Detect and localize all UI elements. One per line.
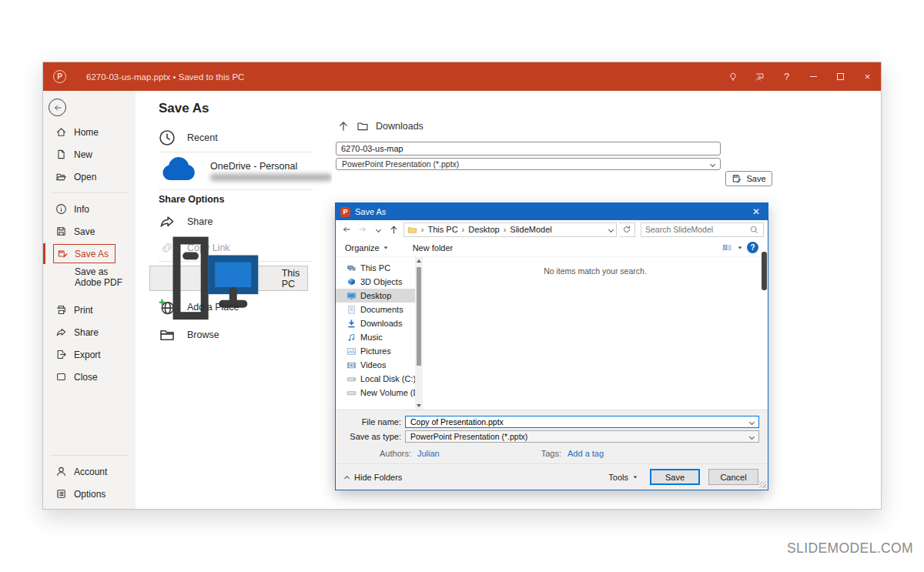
sidebar-item-save[interactable]: Save (43, 220, 136, 243)
place-label: Add a Place (187, 302, 239, 313)
window-title: 6270-03-us-map.pptx • Saved to this PC (86, 72, 244, 82)
sidebar-item-info[interactable]: Info (43, 198, 136, 220)
breadcrumb-desktop[interactable]: Desktop (468, 225, 499, 234)
sidebar-item-print[interactable]: Print (43, 299, 136, 321)
sidebar-item-new[interactable]: New (43, 143, 136, 166)
tools-button[interactable]: Tools (608, 473, 638, 482)
tree-item-label: New Volume (D: (360, 388, 415, 397)
add-a-tag-link[interactable]: Add a tag (567, 449, 604, 458)
dialog-cancel-button[interactable]: Cancel (708, 469, 758, 485)
tree-item-label: Documents (360, 305, 403, 314)
forward-arrow-icon (356, 225, 370, 234)
view-dropdown-triangle-icon[interactable] (738, 246, 742, 249)
hide-folders-button[interactable]: Hide Folders (345, 473, 402, 482)
save-button-label: Save (746, 174, 765, 183)
tree-item-music[interactable]: Music (336, 330, 415, 344)
sidebar-item-label: Close (74, 372, 98, 383)
file-name-combo[interactable] (405, 416, 759, 428)
dialog-toolbar: Organize New folder ? (336, 239, 768, 257)
up-one-level-icon[interactable] (387, 225, 401, 235)
sidebar-item-account[interactable]: Account (43, 460, 136, 483)
up-directory-icon[interactable] (337, 120, 350, 132)
back-arrow-icon[interactable] (340, 225, 353, 234)
breadcrumb-separator-icon: › (420, 225, 425, 234)
filetype-dropdown[interactable]: PowerPoint Presentation (*.pptx) (336, 158, 721, 170)
scroll-up-icon[interactable] (417, 259, 421, 263)
breadcrumb-separator-icon: › (503, 225, 507, 234)
tree-item-3d-objects[interactable]: 3D Objects (336, 275, 415, 289)
tree-scrollbar[interactable] (415, 257, 423, 410)
recent-locations-chevron-icon[interactable] (371, 228, 385, 232)
tree-item-label: 3D Objects (360, 277, 402, 286)
close-icon[interactable]: × (854, 62, 881, 91)
page-title: Save As (159, 91, 332, 118)
page-scrollbar-artifact (762, 252, 767, 290)
search-icon (749, 225, 759, 235)
powerpoint-logo-icon: P (53, 70, 66, 83)
tree-item-documents[interactable]: Documents (336, 303, 415, 316)
file-name-label: File name: (336, 417, 405, 426)
change-view-icon[interactable] (721, 243, 733, 253)
refresh-icon[interactable] (619, 222, 635, 237)
tree-item-label: Videos (360, 360, 386, 370)
sidebar-item-label: Export (74, 350, 101, 360)
current-folder-label[interactable]: Downloads (376, 121, 424, 132)
resize-grip[interactable] (759, 481, 766, 488)
backstage-save-button[interactable]: Save (725, 171, 772, 186)
filename-input[interactable] (336, 142, 721, 156)
scrollbar-thumb[interactable] (417, 267, 421, 366)
clock-icon (159, 129, 176, 146)
help-icon[interactable]: ? (773, 62, 800, 91)
place-this-pc[interactable]: This PC (149, 266, 308, 291)
tree-item-desktop[interactable]: Desktop (336, 289, 415, 303)
search-box[interactable] (641, 222, 764, 237)
maximize-icon[interactable] (827, 62, 854, 91)
dialog-footer: Hide Folders Tools Save Cancel (336, 463, 768, 490)
authors-label: Authors: (380, 449, 411, 458)
dialog-titlebar: P Save As ✕ (336, 203, 768, 220)
sidebar-item-close[interactable]: Close (43, 366, 136, 388)
help-icon[interactable]: ? (747, 242, 758, 253)
new-folder-button[interactable]: New folder (413, 243, 454, 253)
sidebar-item-save-as[interactable]: Save As (43, 243, 136, 265)
search-input[interactable] (645, 225, 749, 234)
minimize-icon[interactable] (800, 62, 827, 91)
presenter-coming-soon-icon[interactable] (746, 62, 773, 91)
sidebar-item-home[interactable]: Home (43, 121, 136, 143)
close-icon[interactable]: ✕ (745, 206, 768, 217)
tree-item-local-disk-c[interactable]: Local Disk (C:) (336, 372, 415, 386)
save-as-type-value: PowerPoint Presentation (*.pptx) (410, 432, 527, 441)
file-list-area: No items match your search. (423, 257, 768, 410)
sidebar-item-save-as-adobe-pdf[interactable]: Save as Adobe PDF (43, 265, 136, 293)
sidebar-item-label: Save As (75, 249, 109, 259)
place-onedrive-personal[interactable]: OneDrive - Personal (159, 152, 332, 189)
sidebar-item-export[interactable]: Export (43, 343, 136, 366)
tree-item-pictures[interactable]: Pictures (336, 344, 415, 358)
sidebar-item-label: Save (74, 226, 95, 237)
tree-item-this-pc[interactable]: This PC (336, 261, 415, 275)
sidebar-item-share[interactable]: Share (43, 321, 136, 343)
organize-button[interactable]: Organize (345, 243, 380, 253)
address-bar[interactable]: › This PC › Desktop › SlideModel (403, 222, 618, 237)
scroll-down-icon[interactable] (417, 404, 421, 407)
file-name-input[interactable] (410, 417, 750, 426)
authors-value[interactable]: Julian (417, 449, 440, 458)
dialog-save-button[interactable]: Save (650, 469, 700, 485)
tell-me-lightbulb-icon[interactable] (719, 62, 746, 91)
tree-item-new-volume-d[interactable]: New Volume (D: (336, 386, 415, 400)
back-button[interactable] (49, 99, 66, 116)
tree-item-downloads[interactable]: Downloads (336, 316, 415, 330)
address-dropdown-chevron-icon[interactable] (608, 226, 614, 232)
save-as-type-combo[interactable]: PowerPoint Presentation (*.pptx) (405, 430, 759, 443)
tree-item-label: Local Disk (C:) (360, 374, 415, 383)
breadcrumb-slidemodel[interactable]: SlideModel (510, 225, 551, 234)
breadcrumb-this-pc[interactable]: This PC (427, 225, 457, 234)
dialog-navbar: › This PC › Desktop › SlideModel (336, 220, 768, 239)
chevron-down-icon (710, 161, 715, 166)
tree-item-videos[interactable]: Videos (336, 358, 415, 372)
chevron-up-icon (344, 475, 350, 480)
sidebar-item-open[interactable]: Open (43, 166, 136, 188)
sidebar-item-label: Save as Adobe PDF (75, 267, 132, 289)
sidebar-item-options[interactable]: Options (43, 483, 136, 505)
place-recent[interactable]: Recent (159, 124, 332, 152)
